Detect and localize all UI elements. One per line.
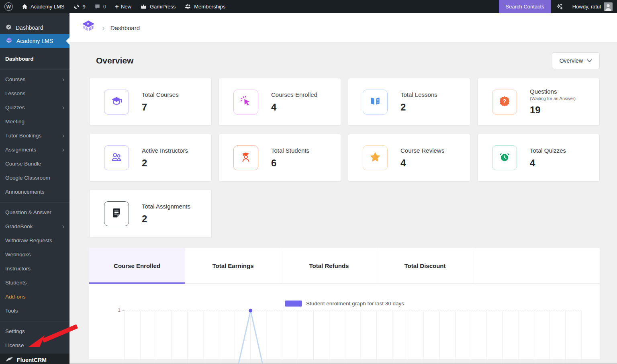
gauge-icon xyxy=(5,24,12,32)
y-axis-tick-label: 1 xyxy=(113,307,121,313)
sidebar-item-wp-dashboard[interactable]: Dashboard xyxy=(0,21,69,34)
enrolment-chart-panel: Student enrolment graph for last 30 days… xyxy=(89,284,600,359)
stat-value: 6 xyxy=(271,157,309,169)
svg-text:?: ? xyxy=(503,98,506,104)
sidebar-item[interactable]: Add-ons › xyxy=(0,290,69,304)
tab-label: Total Earnings xyxy=(212,262,253,269)
chart-tabs: Course Enrolled Total Earnings Total Ref… xyxy=(89,248,600,284)
comments-menu[interactable]: 0 xyxy=(90,0,110,13)
sidebar-item[interactable]: License › xyxy=(0,338,69,352)
student-icon xyxy=(240,151,252,165)
stat-label: Total Students xyxy=(271,147,309,154)
sidebar-item[interactable]: Announcements › xyxy=(0,185,69,199)
admin-sidebar: Dashboard Academy LMS Dashboard › Course… xyxy=(0,13,69,364)
sidebar-item[interactable]: Google Classroom › xyxy=(0,171,69,185)
account-menu[interactable]: Howdy, ratul xyxy=(568,0,617,13)
chevron-right-icon: › xyxy=(62,223,64,230)
people-group-icon xyxy=(184,4,191,10)
updates-menu[interactable]: 9 xyxy=(69,0,90,13)
academy-lms-logo xyxy=(80,20,96,36)
sidebar-item[interactable]: Assignments › xyxy=(0,143,69,157)
overview-dropdown[interactable]: Overview xyxy=(552,52,600,69)
gamipress-menu[interactable]: GamiPress xyxy=(136,0,180,13)
sidebar-item-academy-lms[interactable]: Academy LMS xyxy=(0,34,69,48)
stat-card: Courses Enrolled 4 xyxy=(219,78,341,126)
stat-label: Course Reviews xyxy=(400,147,444,154)
sidebar-item[interactable]: GradeBook › xyxy=(0,219,69,233)
memberships-menu[interactable]: Memberships xyxy=(180,0,230,13)
open-book-icon xyxy=(369,95,381,109)
sidebar-item[interactable]: Courses › xyxy=(0,72,69,86)
chart-legend: Student enrolment graph for last 30 days xyxy=(285,301,404,307)
tab[interactable]: Total Refunds xyxy=(281,248,377,283)
sidebar-item[interactable]: Instructors › xyxy=(0,262,69,276)
stat-label: Active Instructors xyxy=(142,147,188,154)
star-icon xyxy=(369,151,381,165)
sidebar-item[interactable]: Lessons › xyxy=(0,86,69,100)
sidebar-item[interactable]: Settings › xyxy=(0,324,69,338)
chevron-right-icon: › xyxy=(62,147,64,153)
comments-count: 0 xyxy=(103,4,106,10)
search-contacts-button[interactable]: Search Contacts xyxy=(499,0,551,13)
graduation-cap-icon xyxy=(110,95,123,109)
sidebar-item[interactable]: Dashboard › xyxy=(0,52,69,66)
wordpress-logo-icon: W xyxy=(4,2,13,11)
chevron-right-icon: › xyxy=(62,104,64,111)
stat-card: Total Quizzes 4 xyxy=(477,134,600,182)
sidebar-item[interactable]: Meeting › xyxy=(0,115,69,129)
question-badge-icon: ? xyxy=(499,95,511,109)
stat-label: Total Courses xyxy=(142,91,179,98)
sidebar-item[interactable]: Students › xyxy=(0,276,69,290)
plus-icon: + xyxy=(115,3,119,11)
wp-logo-menu[interactable]: W xyxy=(0,0,17,13)
tab[interactable]: Total Discount xyxy=(377,248,473,283)
feather-icon xyxy=(5,357,13,364)
stat-label: Questions xyxy=(530,88,576,95)
stat-card: Course Reviews 4 xyxy=(348,134,470,182)
new-content-menu[interactable]: + New xyxy=(110,0,136,13)
legend-swatch xyxy=(285,301,302,307)
chevron-right-icon: › xyxy=(102,23,105,33)
stat-value: 4 xyxy=(400,157,444,169)
tab-label: Total Refunds xyxy=(309,262,349,269)
sidebar-item[interactable]: Withdraw Requests › xyxy=(0,233,69,247)
tab[interactable]: Total Earnings xyxy=(185,248,281,283)
stat-card: Total Students 6 xyxy=(219,134,341,182)
stat-card: Active Instructors 2 xyxy=(89,134,212,182)
stat-value: 2 xyxy=(142,157,188,169)
stat-card: Total Lessons 2 xyxy=(348,78,470,126)
stat-card: Total Courses 7 xyxy=(89,78,212,126)
chevron-down-icon xyxy=(587,57,592,64)
stat-label: Total Quizzes xyxy=(530,147,566,154)
academy-submenu: Dashboard › Courses › Lessons › Quizzes … xyxy=(0,48,69,352)
home-icon xyxy=(22,4,28,10)
stat-value: 19 xyxy=(530,104,576,116)
site-name-label: Academy LMS xyxy=(31,4,65,10)
window-bottom-edge xyxy=(69,363,617,364)
sidebar-item[interactable]: Question & Answer › xyxy=(0,205,69,219)
new-label: New xyxy=(121,4,131,10)
line-chart-plot xyxy=(125,311,581,364)
tab[interactable]: Course Enrolled xyxy=(89,248,185,283)
tab-label: Total Discount xyxy=(404,262,445,269)
note-icon xyxy=(110,207,123,221)
wp-admin-bar: W Academy LMS 9 0 + New GamiPress Member… xyxy=(0,0,617,13)
stat-card: ? Questions (Waiting for an Answer) 19 xyxy=(477,78,600,126)
avatar xyxy=(604,2,613,11)
sidebar-item[interactable]: Quizzes › xyxy=(0,100,69,115)
sidebar-item[interactable]: Course Bundle › xyxy=(0,157,69,171)
tab-label: Course Enrolled xyxy=(114,262,160,269)
stat-sublabel: (Waiting for an Answer) xyxy=(530,96,576,101)
updates-count: 9 xyxy=(83,4,86,10)
chevron-right-icon: › xyxy=(62,133,64,139)
site-name-menu[interactable]: Academy LMS xyxy=(17,0,69,13)
sparkles-menu[interactable] xyxy=(551,0,568,13)
sidebar-item[interactable]: Webhooks › xyxy=(0,247,69,262)
sidebar-item[interactable]: Tools › xyxy=(0,304,69,318)
sidebar-item[interactable]: Tutor Bookings › xyxy=(0,129,69,143)
sidebar-item-fluentcrm[interactable]: FluentCRM xyxy=(0,354,69,364)
alarm-clock-icon xyxy=(499,151,511,165)
stat-value: 4 xyxy=(271,102,317,113)
stat-label: Total Assignments xyxy=(142,203,190,210)
stat-label: Total Lessons xyxy=(400,91,437,98)
